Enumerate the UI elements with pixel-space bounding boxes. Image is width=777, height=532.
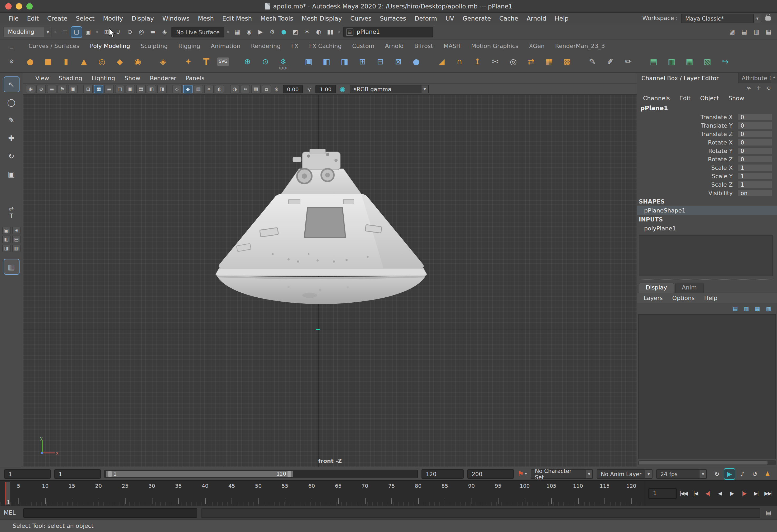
boolean-difference-icon[interactable]: ⊟ [373,54,387,68]
color-management-icon[interactable]: ◉ [338,85,347,93]
menu-item[interactable]: Display [127,14,158,22]
menu-item[interactable]: Edit [23,14,43,22]
grid-toggle-icon[interactable]: ▦ [94,85,103,93]
create-override-layer-icon[interactable]: ▦ [753,304,762,312]
motion-blur-icon[interactable]: ≈ [240,85,250,93]
quad-draw-icon[interactable]: ✏ [622,54,635,68]
isolate-select-icon[interactable]: ▫ [262,85,271,93]
two-pane-toggle-icon[interactable]: ⇄ T [4,206,19,222]
poly-cylinder-icon[interactable]: ▮ [59,54,73,68]
input-node[interactable]: polyPlane1 [637,224,777,233]
extrude-icon[interactable]: ↥ [470,54,484,68]
screen-space-ao-icon[interactable]: ◑ [230,85,239,93]
go-to-end-button[interactable]: ▶▶| [763,488,774,499]
scale-tool-icon[interactable]: ▣ [4,167,19,181]
menu-item[interactable]: Surfaces [375,14,410,22]
arnold-renderview-icon[interactable]: ● [279,27,289,37]
panel-menu-item[interactable]: View [31,75,54,82]
poly-cone-icon[interactable]: ▲ [77,54,91,68]
snap-to-points-icon[interactable]: ⊙ [124,27,135,37]
mute-icon[interactable]: ♪ [737,469,748,479]
layer-editor-menu-item[interactable]: Layers [639,295,667,302]
super-ellipse-icon[interactable]: ✦ [182,54,195,68]
select-component-icon[interactable]: ▣ [83,27,93,37]
close-button[interactable] [5,3,12,9]
two-pane-side-layout-icon[interactable]: ◧ [2,236,11,243]
selected-object-name[interactable]: pPlane1 [637,103,777,113]
svg-tool-icon[interactable]: SVG [217,57,229,65]
open-render-view-icon[interactable]: ▦ [232,27,243,37]
poly-sphere-icon[interactable]: ● [23,54,37,68]
smooth-shade-icon[interactable]: ◆ [183,85,193,93]
bridge-icon[interactable]: ∩ [453,54,466,68]
snap-to-curves-icon[interactable]: ∪ [113,27,123,37]
uv-cylindrical-icon[interactable]: ▥ [665,54,678,68]
separator[interactable]: » [95,26,100,38]
resolution-gate-icon[interactable]: □ [115,85,124,93]
channel-box-menu-item[interactable]: Object [696,95,723,102]
render-settings-icon[interactable]: ⚙ [267,27,278,37]
shelf-tab[interactable]: RenderMan_23_3 [550,42,610,50]
range-slider-bar[interactable]: 1 120 [106,471,294,477]
uv-planar-icon[interactable]: ▤ [647,54,660,68]
hik-character-icon[interactable]: ♟ [762,469,773,479]
manipulator-icon[interactable]: ✛ [755,84,763,92]
menu-item[interactable]: Windows [158,14,194,22]
lights-icon[interactable]: ✶ [204,85,214,93]
toggle-attribute-editor-icon[interactable]: ▤ [739,27,750,37]
select-camera-icon[interactable]: ◉ [26,85,35,93]
panel-collapse-icon[interactable]: ◂ [771,73,777,83]
move-tool-icon[interactable]: ✚ [4,131,19,145]
timeline-ticks[interactable]: 1 51015202530354045505560657075808590951… [0,481,645,506]
zoom-button[interactable] [26,3,33,9]
create-empty-layer-icon[interactable]: ▤ [731,304,740,312]
layer-editor-menu-item[interactable]: Help [700,295,722,302]
menu-item[interactable]: Curves [346,14,375,22]
channel-box-menu-item[interactable]: Edit [676,95,694,102]
layer-editor-tab[interactable]: Display [639,283,674,293]
viewport-canvas[interactable]: y x front -Z [23,95,637,467]
camera-attributes-icon[interactable]: ▬ [47,85,57,93]
three-pane-split-layout-icon[interactable]: ◨ [2,245,11,252]
shelf-tab[interactable]: Sculpting [135,42,173,50]
slide-edge-icon[interactable]: ✐ [603,54,617,68]
shelf-tab[interactable]: FX Caching [304,42,347,50]
channel-speed-icon[interactable]: ≫ [745,84,753,92]
two-pane-stacked-layout-icon[interactable]: ▤ [12,236,21,243]
shelf-gear-icon[interactable]: ⚙ [0,58,23,64]
layer-sort-icon[interactable]: ▧ [764,304,773,312]
field-chart-icon[interactable]: ▤ [136,85,145,93]
shelf-tab[interactable]: MASH [438,42,466,50]
render-current-frame-icon[interactable]: ◉ [244,27,254,37]
current-layout-icon[interactable]: ▦ [4,259,19,274]
shelf-tab[interactable]: XGen [524,42,550,50]
poly-cube-icon[interactable]: ■ [41,54,55,68]
remesh-icon[interactable]: ▦ [542,54,556,68]
step-forward-frame-button[interactable]: ▶| [751,488,762,499]
align-objects-icon[interactable]: ⊕ [240,54,254,68]
channel-value-field[interactable]: on [738,189,772,197]
shelf-tab[interactable]: Motion Graphics [466,42,524,50]
shelf-tab[interactable]: Bifrost [409,42,438,50]
shelf-tab[interactable]: Rigging [173,42,206,50]
menu-item[interactable]: Create [43,14,72,22]
exposure-field[interactable]: 0.00 [283,85,303,93]
tab-attribute-editor[interactable]: Attribute E [738,73,771,83]
channel-box-menu-item[interactable]: Show [725,95,748,102]
command-language-toggle[interactable]: MEL [4,509,19,516]
mirror-icon[interactable]: ⇄ [524,54,538,68]
menu-item[interactable]: UV [441,14,458,22]
command-input[interactable] [23,508,197,518]
range-end-handle[interactable] [288,471,292,477]
single-pane-layout-icon[interactable]: ▣ [2,227,11,234]
separate-icon[interactable]: ◧ [320,54,333,68]
shelf-menu-icon[interactable]: ≡ [0,45,23,50]
platonic-solid-icon[interactable]: ◈ [156,54,170,68]
crease-tool-icon[interactable]: ✎ [585,54,599,68]
menu-item[interactable]: Help [550,14,573,22]
light-editor-icon[interactable]: ✶ [302,27,312,37]
poly-plane-icon[interactable]: ◆ [113,54,127,68]
paint-selection-tool-icon[interactable]: ✎ [4,113,19,128]
channel-value-field[interactable]: 0 [738,155,772,163]
freeze-transform-icon[interactable]: ❄ 0,0,0 [276,54,290,68]
